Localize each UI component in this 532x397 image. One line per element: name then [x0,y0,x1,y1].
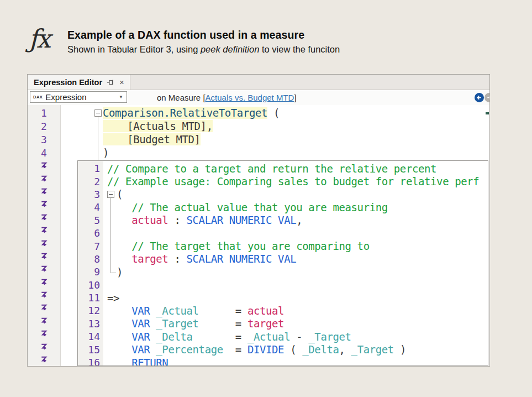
dax-language-badge: DAX [33,95,43,100]
peek-line-number: 5 [78,215,100,226]
peek-definition-icon [40,239,48,248]
peek-definition-icon [40,343,48,351]
peek-line-number: 11 [78,292,100,304]
peek-line-number: 4 [78,201,100,213]
peek-line-number: 6 [78,227,100,239]
measure-link[interactable]: Actuals vs. Budget MTD [206,93,294,102]
peek-code-line: 8 target : SCALAR NUMERIC VAL [78,253,488,265]
peek-code-line: 7 // The target that you are comparing t… [78,239,488,252]
measure-context: on Measure [Actuals vs. Budget MTD] [157,90,297,105]
peek-code-line: 3( [78,188,488,201]
pin-icon[interactable] [106,79,114,86]
chevron-down-icon: ▼ [119,95,123,100]
page-background: ƒx Example of a DAX function used in a m… [0,0,532,397]
peek-code-line: 5 actual : SCALAR NUMERIC VAL, [78,214,488,227]
peek-code-line: 10 [78,279,488,291]
subtitle-post: to view the funciton [259,44,340,54]
peek-definition-icon [40,278,48,286]
peek-definition-icon [40,213,48,222]
peek-code-lines: 1// Compare to a target and return the r… [78,162,488,366]
page-subtitle: Shown in Tabular Editor 3, using peek de… [67,44,340,55]
peek-code-line: 9) [78,265,488,278]
peek-line-number: 15 [78,344,100,356]
peek-code-line: 15 VAR _Percentage = DIVIDE ( _Delta, _T… [78,343,488,356]
document-map-marker [486,112,489,114]
peek-line-number: 12 [78,305,100,316]
peek-line-number: 2 [78,176,100,187]
peek-line-number: 13 [78,318,100,330]
peek-code-line: 4 // The actual value that you are measu… [78,201,488,213]
dax-code-editor[interactable]: 1234 Comparison.RelativeToTarget ( [Actu… [28,105,489,366]
code-line: [Budget MTD] [28,133,489,146]
expression-editor-window: Expression Editor × DAX Expression ▼ on … [27,74,490,367]
peek-definition-icon [40,252,48,260]
code-line: [Actuals MTD], [28,119,489,133]
peek-definition-window[interactable]: 1// Compare to a target and return the r… [77,160,488,366]
peek-definition-icon [40,175,48,183]
peek-line-number: 14 [78,331,100,342]
subtitle-italic: peek definition [201,44,259,54]
fx-function-icon: ƒx [29,22,63,55]
tab-expression-editor[interactable]: Expression Editor × [28,75,130,90]
peek-definition-icon [40,304,48,312]
peek-line-number: 10 [78,279,100,291]
dropdown-selected-value: Expression [45,92,119,102]
navigate-back-button[interactable] [475,93,484,102]
peek-code-line: 16 RETURN [78,356,488,366]
peek-line-number: 8 [78,253,100,265]
peek-code-line: 1// Compare to a target and return the r… [78,162,488,175]
peek-line-number: 16 [78,357,100,366]
code-line: ) [28,146,489,159]
peek-definition-icon [40,291,48,299]
context-prefix: on Measure [ [157,93,206,102]
peek-code-line: 2// Example usage: Comparing sales to bu… [78,175,488,187]
subtitle-pre: Shown in Tabular Editor 3, using [67,44,201,54]
peek-definition-icon [40,265,48,273]
peek-line-number: 9 [78,266,100,278]
page-title: Example of a DAX function used in a meas… [67,29,304,41]
fold-collapse-icon[interactable] [107,191,114,198]
tab-bar: Expression Editor × [28,75,489,90]
editor-toolbar: DAX Expression ▼ on Measure [Actuals vs.… [28,90,489,106]
peek-definition-icon [40,187,48,196]
peek-definition-icon [40,330,48,338]
tab-label: Expression Editor [34,78,102,87]
peek-code-line: 11=> [78,291,488,304]
peek-definition-icon [40,161,48,170]
peek-definition-icon [40,200,48,208]
outer-code-lines: Comparison.RelativeToTarget ( [Actuals M… [28,106,489,159]
peek-line-number: 3 [78,189,100,200]
navigate-forward-button[interactable] [484,93,489,102]
expression-dropdown[interactable]: DAX Expression ▼ [30,91,127,103]
close-icon[interactable]: × [118,78,125,86]
peek-code-line: 6 [78,227,488,239]
peek-definition-icon [40,356,48,364]
peek-code-line: 12 VAR _Actual = actual [78,304,488,317]
code-line: Comparison.RelativeToTarget ( [28,106,489,119]
peek-line-number: 1 [78,163,100,174]
peek-line-number: 7 [78,241,100,252]
peek-code-line: 13 VAR _Target = target [78,317,488,330]
peek-definition-icon [40,226,48,234]
peek-definition-icon [40,317,48,325]
peek-code-line: 14 VAR _Delta = _Actual - _Target [78,330,488,343]
context-suffix: ] [294,93,296,102]
